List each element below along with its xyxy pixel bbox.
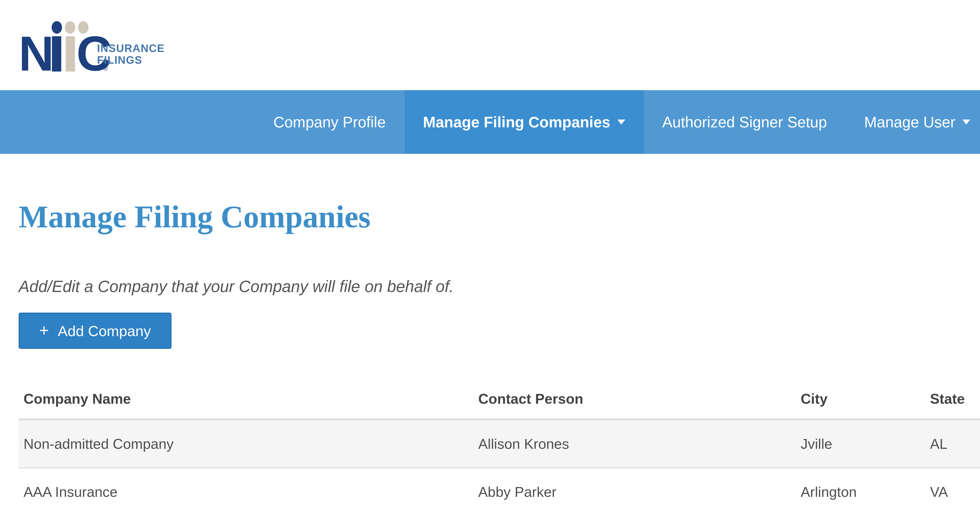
col-header-state: State bbox=[925, 381, 980, 419]
nav-label: Manage User bbox=[864, 113, 955, 131]
col-header-city: City bbox=[796, 381, 925, 419]
nav-label: Company Profile bbox=[274, 113, 386, 131]
cell-contact-person: Abby Parker bbox=[473, 468, 796, 508]
main-nav: Company Profile Manage Filing Companies … bbox=[0, 90, 980, 154]
cell-state: AL bbox=[925, 419, 980, 468]
brand-tagline: INSURANCE FILINGS bbox=[97, 42, 165, 66]
nav-manage-user[interactable]: Manage User bbox=[846, 90, 980, 154]
table-row: AAA Insurance Abby Parker Arlington VA 2… bbox=[19, 468, 980, 508]
add-company-button[interactable]: + Add Company bbox=[19, 312, 172, 349]
cell-company-name: Non-admitted Company bbox=[19, 419, 473, 468]
plus-icon: + bbox=[39, 322, 49, 339]
chevron-down-icon bbox=[617, 119, 625, 124]
cell-state: VA bbox=[925, 468, 980, 508]
nav-label: Authorized Signer Setup bbox=[662, 113, 827, 131]
brand-tagline-line2: FILINGS bbox=[97, 54, 165, 67]
cell-city: Arlington bbox=[796, 468, 925, 508]
nav-manage-filing-companies[interactable]: Manage Filing Companies bbox=[404, 90, 644, 154]
brand-logo[interactable]: N C ® INSURANCE FILINGS bbox=[19, 21, 183, 72]
nav-label: Manage Filing Companies bbox=[423, 113, 610, 131]
table-header-row: Company Name Contact Person City State Z… bbox=[19, 381, 980, 419]
cell-city: Jville bbox=[796, 419, 925, 468]
app: N C ® INSURANCE FILINGS My Profile bbox=[0, 0, 980, 508]
nav-company-profile[interactable]: Company Profile bbox=[255, 90, 404, 154]
logo-letter-n: N bbox=[19, 26, 54, 72]
page-subtitle: Add/Edit a Company that your Company wil… bbox=[19, 277, 980, 296]
brand-tagline-line1: INSURANCE bbox=[97, 42, 165, 54]
main-content: Manage Filing Companies Add/Edit a Compa… bbox=[0, 154, 980, 508]
cell-contact-person: Allison Krones bbox=[473, 419, 796, 468]
nav-authorized-signer-setup[interactable]: Authorized Signer Setup bbox=[644, 90, 846, 154]
chevron-down-icon bbox=[962, 119, 970, 124]
table-row: Non-admitted Company Allison Krones Jvil… bbox=[19, 419, 980, 468]
cell-company-name: AAA Insurance bbox=[19, 468, 473, 508]
page-title: Manage Filing Companies bbox=[19, 154, 980, 235]
top-header: N C ® INSURANCE FILINGS My Profile bbox=[0, 0, 980, 90]
col-header-contact-person: Contact Person bbox=[473, 381, 796, 419]
filing-companies-table: Company Name Contact Person City State Z… bbox=[19, 381, 980, 508]
add-company-label: Add Company bbox=[58, 322, 151, 339]
col-header-company-name: Company Name bbox=[19, 381, 473, 419]
